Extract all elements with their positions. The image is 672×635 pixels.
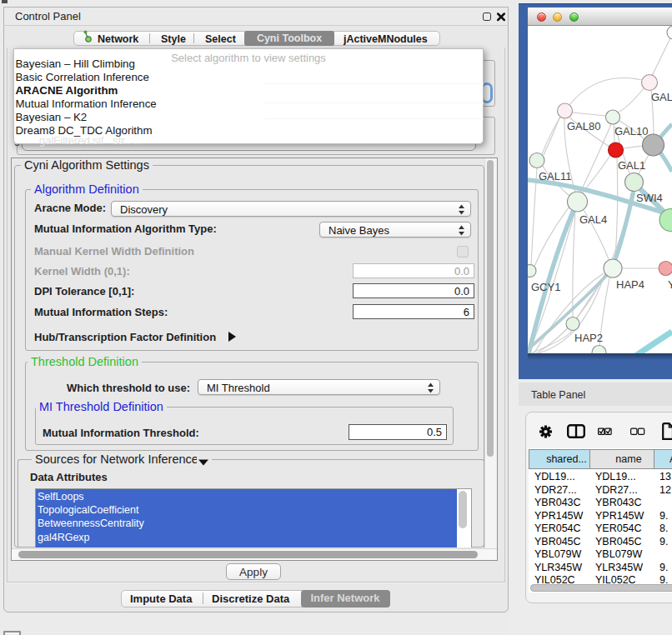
svg-text:GAL1: GAL1 — [618, 159, 645, 172]
svg-text:GCY1: GCY1 — [531, 281, 560, 293]
svg-text:Y: Y — [668, 278, 672, 291]
svg-text:GAL10: GAL10 — [614, 125, 648, 138]
svg-text:GAL11: GAL11 — [539, 170, 572, 182]
svg-text:HAP4: HAP4 — [616, 278, 644, 291]
svg-text:GAL2: GAL2 — [651, 91, 672, 103]
svg-text:GAL4: GAL4 — [579, 213, 607, 226]
svg-text:HAP2: HAP2 — [574, 332, 603, 344]
svg-text:SWI4: SWI4 — [636, 192, 663, 204]
svg-text:GAL80: GAL80 — [567, 120, 600, 132]
